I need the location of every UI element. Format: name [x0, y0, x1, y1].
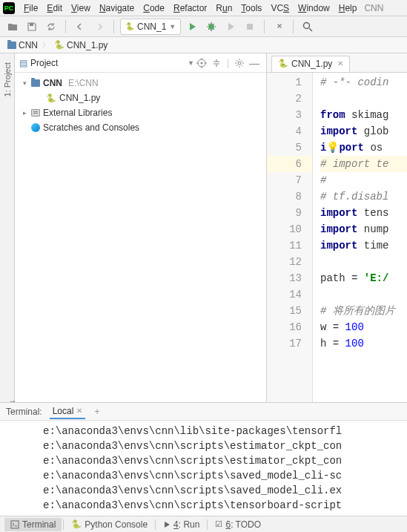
new-terminal-button[interactable]: ＋	[93, 405, 102, 418]
back-button[interactable]	[72, 19, 88, 35]
project-panel-header: ▤ Project ▼ | —	[15, 53, 266, 73]
chevron-right-icon: 〉	[42, 40, 50, 50]
terminal-label: Terminal:	[6, 407, 42, 417]
breadcrumb-file[interactable]: 🐍 CNN_1.py	[51, 39, 110, 51]
project-panel-title[interactable]: Project	[30, 58, 185, 68]
folder-icon	[7, 42, 16, 49]
close-tab-icon[interactable]: ✕	[337, 59, 343, 68]
editor-tabs: 🐍 CNN_1.py ✕	[267, 53, 407, 73]
menu-view[interactable]: View	[67, 1, 95, 15]
project-name: CNN	[364, 3, 383, 13]
editor-tab[interactable]: 🐍 CNN_1.py ✕	[271, 56, 350, 72]
menu-run[interactable]: Run	[211, 1, 236, 15]
open-button[interactable]	[4, 19, 21, 35]
debug-button[interactable]	[203, 19, 219, 35]
sync-button[interactable]	[43, 19, 59, 35]
terminal-content[interactable]: e:\anaconda3\envs\cnn\lib\site-packages\…	[0, 421, 407, 516]
menu-navigate[interactable]: Navigate	[95, 1, 139, 15]
scratches-icon	[31, 123, 40, 132]
python-file-icon: 🐍	[46, 93, 56, 103]
svg-rect-2	[247, 24, 253, 30]
code-content[interactable]: # -*- codin from skimagimport globi💡port…	[313, 73, 407, 402]
terminal-header: Terminal: Local ✕ ＋	[0, 403, 407, 421]
menu-help[interactable]: Help	[334, 1, 362, 15]
statusbar: Terminal 🐍 Python Console 4: Run ☑ 6: TO…	[0, 516, 407, 532]
todo-icon: ☑	[215, 519, 222, 529]
svg-point-6	[238, 62, 241, 65]
tree-external-libraries[interactable]: ▸ External Libraries	[15, 105, 266, 120]
terminal-panel: Terminal: Local ✕ ＋ e:\anaconda3\envs\cn…	[0, 402, 407, 516]
project-view-icon: ▤	[19, 58, 27, 68]
breadcrumb: CNN 〉 🐍 CNN_1.py	[0, 37, 407, 53]
toolwindow-todo[interactable]: ☑ 6: TODO	[209, 518, 267, 531]
chevron-down-icon[interactable]: ▼	[188, 59, 194, 67]
python-icon: 🐍	[125, 22, 134, 30]
breadcrumb-root[interactable]: CNN	[4, 39, 41, 51]
menubar: PC File Edit View Navigate Code Refactor…	[0, 0, 407, 16]
collapse-all-button[interactable]	[209, 56, 224, 70]
svg-point-3	[304, 22, 310, 28]
save-button[interactable]	[24, 19, 40, 35]
chevron-down-icon: ▼	[169, 23, 176, 30]
expand-icon[interactable]: ▸	[21, 109, 28, 116]
toolwindow-favorites[interactable]: ★2: Favorites	[0, 395, 16, 402]
menu-edit[interactable]: Edit	[42, 1, 67, 15]
ide-logo: PC	[3, 2, 15, 14]
python-file-icon: 🐍	[54, 40, 64, 50]
menu-file[interactable]: File	[19, 1, 42, 15]
menu-refactor[interactable]: Refactor	[169, 1, 211, 15]
toolwindow-python-console[interactable]: 🐍 Python Console	[65, 518, 153, 531]
run-with-coverage-button[interactable]	[222, 19, 239, 35]
settings-button[interactable]	[232, 56, 247, 70]
search-button[interactable]	[300, 19, 316, 35]
toolwindow-terminal[interactable]: Terminal	[4, 518, 62, 531]
tree-root[interactable]: ▾ CNN E:\CNN	[15, 76, 266, 91]
forward-button[interactable]	[91, 19, 107, 35]
toolwindow-project[interactable]: 1: Project	[3, 56, 12, 102]
folder-icon	[31, 79, 40, 87]
close-tab-icon[interactable]: ✕	[76, 407, 82, 415]
tool-window-stripe-left: 1: Project ★2: Favorites ☷7: Structure	[0, 53, 15, 402]
toolbar: 🐍 CNN_1 ▼	[0, 16, 407, 37]
project-panel: ▤ Project ▼ | — ▾ CNN E:\CNN 🐍 CNN_1.py …	[15, 53, 267, 402]
hide-button[interactable]: —	[247, 56, 262, 70]
libraries-icon	[31, 109, 40, 116]
svg-rect-0	[30, 23, 33, 26]
menu-window[interactable]: Window	[294, 1, 334, 15]
run-icon	[163, 521, 171, 528]
project-tree: ▾ CNN E:\CNN 🐍 CNN_1.py ▸ External Libra…	[15, 73, 266, 138]
settings-button[interactable]	[271, 19, 287, 35]
python-file-icon: 🐍	[278, 59, 288, 68]
svg-rect-7	[11, 521, 19, 528]
editor: 🐍 CNN_1.py ✕ 1234567891011121314151617 #…	[267, 53, 407, 402]
toolwindow-run[interactable]: 4: Run	[157, 518, 205, 531]
menu-code[interactable]: Code	[139, 1, 169, 15]
run-button[interactable]	[184, 19, 200, 35]
expand-icon[interactable]: ▾	[21, 79, 28, 87]
terminal-tab[interactable]: Local ✕	[50, 404, 86, 419]
svg-point-1	[208, 24, 214, 30]
tree-file[interactable]: 🐍 CNN_1.py	[15, 91, 266, 105]
tree-scratches[interactable]: Scratches and Consoles	[15, 120, 266, 135]
run-config-label: CNN_1	[137, 22, 166, 32]
menu-vcs[interactable]: VCS	[266, 1, 294, 15]
line-numbers: 1234567891011121314151617	[267, 73, 313, 402]
run-config-selector[interactable]: 🐍 CNN_1 ▼	[120, 19, 181, 35]
svg-point-5	[200, 62, 202, 64]
locate-button[interactable]	[194, 56, 209, 70]
menu-tools[interactable]: Tools	[236, 1, 266, 15]
python-icon: 🐍	[71, 519, 82, 529]
stop-button[interactable]	[242, 19, 258, 35]
terminal-icon	[10, 520, 19, 529]
